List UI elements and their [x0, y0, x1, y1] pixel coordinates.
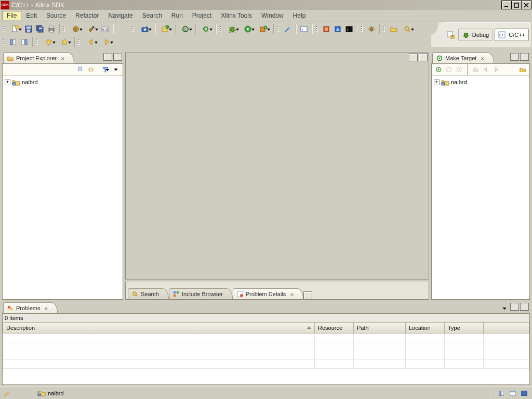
tab-include-browser[interactable]: Include Browser	[169, 288, 233, 299]
build-all-button[interactable]: 010	[99, 23, 111, 35]
close-tab-icon[interactable]: ✕	[478, 55, 484, 62]
add-target-button[interactable]	[434, 64, 443, 75]
view-menu-button[interactable]	[111, 64, 121, 75]
toolbar-grip-icon[interactable]	[383, 24, 387, 34]
save-button[interactable]	[23, 23, 34, 35]
column-resource[interactable]: Resource	[315, 323, 354, 334]
view-menu-button[interactable]	[500, 303, 509, 314]
toolbar-grip-icon[interactable]	[78, 37, 82, 47]
run-button[interactable]	[240, 23, 256, 35]
menu-help[interactable]: Help	[288, 11, 311, 20]
status-project[interactable]: C naibrd	[37, 390, 64, 396]
chip-red-button[interactable]	[321, 23, 332, 35]
save-all-button[interactable]	[34, 23, 46, 35]
view-maximize-button[interactable]	[520, 303, 529, 311]
toolbar-grip-icon[interactable]	[36, 37, 39, 47]
chip-blue-button[interactable]	[332, 23, 343, 35]
maximize-button[interactable]	[511, 1, 522, 9]
column-location[interactable]: Location	[406, 323, 445, 334]
column-description[interactable]: Description	[3, 323, 315, 334]
menu-source[interactable]: Source	[42, 11, 71, 20]
problems-table[interactable]: Description Resource Path Location Type	[3, 322, 529, 369]
editor-minimize-button[interactable]	[409, 54, 418, 61]
home-button[interactable]	[471, 64, 480, 75]
editor-maximize-button[interactable]	[419, 54, 428, 61]
camera-button[interactable]	[137, 23, 153, 35]
menu-edit[interactable]: Edit	[21, 11, 42, 20]
table-row[interactable]	[3, 334, 529, 342]
expand-icon[interactable]: +	[5, 79, 10, 85]
open-folder-button[interactable]	[388, 23, 400, 35]
tab-problems[interactable]: ! Problems ✕	[3, 302, 58, 313]
tab-search[interactable]: Search	[128, 288, 169, 299]
refresh-target-button[interactable]	[198, 23, 214, 35]
menu-navigate[interactable]: Navigate	[103, 11, 137, 20]
minimize-button[interactable]	[501, 1, 512, 9]
menu-file[interactable]: File	[2, 11, 21, 20]
terminal-button[interactable]	[298, 23, 310, 35]
menu-window[interactable]: Window	[257, 11, 288, 20]
close-tab-icon[interactable]: ✕	[42, 305, 48, 312]
view-maximize-button[interactable]	[113, 53, 122, 61]
toolbar-grip-icon[interactable]	[63, 24, 66, 34]
column-path[interactable]: Path	[354, 323, 406, 334]
nav-back-button[interactable]	[481, 64, 490, 75]
toolbar-grip-icon[interactable]	[361, 24, 364, 34]
table-row[interactable]	[3, 360, 529, 369]
toolbar-grip-icon[interactable]	[316, 24, 319, 34]
trim-button-2[interactable]	[508, 388, 517, 399]
toolbar-grip-icon[interactable]	[3, 37, 6, 47]
make-target-tree[interactable]: + C naibrd	[432, 76, 529, 299]
menu-refactor[interactable]: Refactor	[71, 11, 103, 20]
nav-forward-button[interactable]	[99, 36, 114, 48]
view-maximize-button[interactable]	[520, 53, 529, 61]
c-gear-button[interactable]: c	[178, 23, 193, 35]
tab-problem-details[interactable]: ! Problem Details ✕	[233, 288, 303, 299]
menu-project[interactable]: Project	[188, 11, 216, 20]
nav-forward-button[interactable]	[491, 64, 501, 75]
debug-profile-button[interactable]	[68, 23, 84, 35]
perspective-debug[interactable]: Debug	[458, 29, 493, 41]
column-type[interactable]: Type	[445, 323, 484, 334]
table-row[interactable]	[3, 351, 529, 360]
view-minimize-button[interactable]	[510, 53, 519, 61]
external-run-button[interactable]	[256, 23, 271, 35]
collapse-all-button[interactable]	[76, 64, 85, 75]
close-tab-icon[interactable]: ✕	[288, 291, 294, 298]
menu-run[interactable]: Run	[167, 11, 188, 20]
col-right-button[interactable]	[19, 36, 30, 48]
toolbar-grip-icon[interactable]	[3, 24, 6, 34]
toolbar-grip-icon[interactable]	[277, 24, 281, 34]
table-row[interactable]	[3, 342, 529, 351]
console-button[interactable]	[343, 23, 355, 35]
link-editor-button[interactable]	[86, 64, 96, 75]
toolbar-grip-icon[interactable]	[132, 24, 136, 34]
open-perspective-button[interactable]: +	[445, 29, 456, 41]
view-minimize-button[interactable]	[103, 53, 112, 61]
tab-project-explorer[interactable]: Project Explorer ✕	[3, 52, 74, 63]
trim-button-3[interactable]	[520, 388, 529, 399]
toolbar-grip-icon[interactable]	[220, 24, 223, 34]
trim-button-1[interactable]	[497, 388, 506, 399]
remove-target-button[interactable]	[444, 64, 454, 75]
status-writable-indicator[interactable]	[3, 390, 10, 397]
project-explorer-tree[interactable]: + C naibrd	[3, 76, 123, 299]
perspective-cpp[interactable]: C+ C/C++	[495, 29, 529, 41]
tab-make-target[interactable]: Make Target ✕	[432, 52, 494, 63]
menu-search[interactable]: Search	[138, 11, 167, 20]
wand-button[interactable]	[282, 23, 294, 35]
next-annotation-button[interactable]	[41, 36, 57, 48]
filter-button[interactable]	[101, 64, 110, 75]
menu-xilinx-tools[interactable]: Xilinx Tools	[216, 11, 257, 20]
debug-button[interactable]	[224, 23, 240, 35]
expand-icon[interactable]: +	[434, 79, 440, 85]
nav-back-button[interactable]	[83, 36, 99, 48]
print-button[interactable]	[46, 23, 57, 35]
column-extra[interactable]	[484, 323, 529, 334]
gear-button[interactable]	[366, 23, 377, 35]
build-button[interactable]	[84, 23, 99, 35]
close-tab-icon[interactable]: ✕	[59, 55, 64, 62]
edit-target-button[interactable]	[455, 64, 464, 75]
launch-button-a[interactable]	[157, 23, 173, 35]
col-left-button[interactable]	[7, 36, 19, 48]
